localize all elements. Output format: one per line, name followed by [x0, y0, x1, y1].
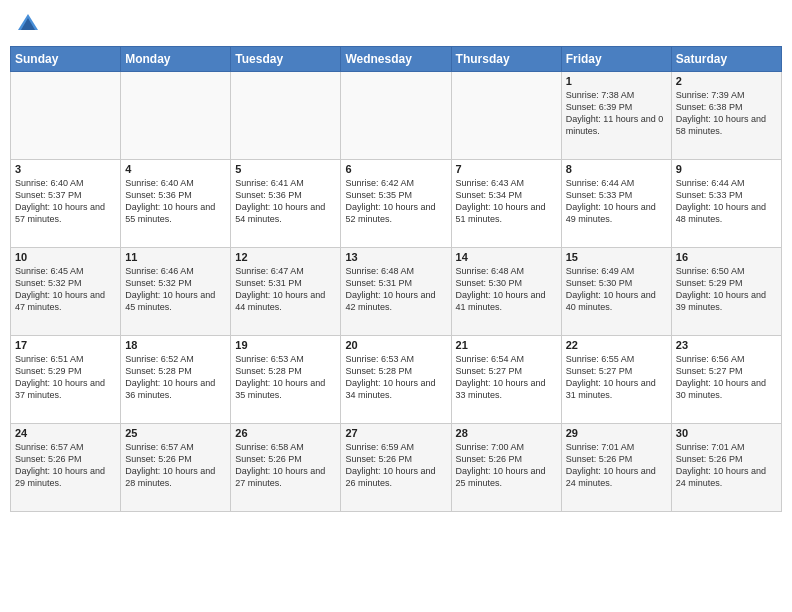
day-number: 26 — [235, 427, 336, 439]
day-number: 21 — [456, 339, 557, 351]
cell-content: Sunrise: 6:57 AM Sunset: 5:26 PM Dayligh… — [15, 441, 116, 490]
calendar-cell: 30Sunrise: 7:01 AM Sunset: 5:26 PM Dayli… — [671, 424, 781, 512]
day-number: 28 — [456, 427, 557, 439]
day-number: 17 — [15, 339, 116, 351]
day-number: 20 — [345, 339, 446, 351]
day-number: 8 — [566, 163, 667, 175]
weekday-header: Saturday — [671, 47, 781, 72]
day-number: 29 — [566, 427, 667, 439]
day-number: 11 — [125, 251, 226, 263]
day-number: 1 — [566, 75, 667, 87]
calendar-cell: 29Sunrise: 7:01 AM Sunset: 5:26 PM Dayli… — [561, 424, 671, 512]
calendar-cell — [451, 72, 561, 160]
calendar-week-row: 10Sunrise: 6:45 AM Sunset: 5:32 PM Dayli… — [11, 248, 782, 336]
cell-content: Sunrise: 6:42 AM Sunset: 5:35 PM Dayligh… — [345, 177, 446, 226]
logo-icon — [14, 10, 42, 38]
day-number: 7 — [456, 163, 557, 175]
calendar-cell: 14Sunrise: 6:48 AM Sunset: 5:30 PM Dayli… — [451, 248, 561, 336]
cell-content: Sunrise: 6:56 AM Sunset: 5:27 PM Dayligh… — [676, 353, 777, 402]
calendar-cell — [11, 72, 121, 160]
header — [10, 10, 782, 38]
cell-content: Sunrise: 6:53 AM Sunset: 5:28 PM Dayligh… — [235, 353, 336, 402]
calendar-cell: 15Sunrise: 6:49 AM Sunset: 5:30 PM Dayli… — [561, 248, 671, 336]
cell-content: Sunrise: 6:45 AM Sunset: 5:32 PM Dayligh… — [15, 265, 116, 314]
calendar-cell: 2Sunrise: 7:39 AM Sunset: 6:38 PM Daylig… — [671, 72, 781, 160]
day-number: 25 — [125, 427, 226, 439]
cell-content: Sunrise: 6:54 AM Sunset: 5:27 PM Dayligh… — [456, 353, 557, 402]
day-number: 5 — [235, 163, 336, 175]
cell-content: Sunrise: 6:57 AM Sunset: 5:26 PM Dayligh… — [125, 441, 226, 490]
day-number: 22 — [566, 339, 667, 351]
weekday-header: Tuesday — [231, 47, 341, 72]
calendar-cell: 8Sunrise: 6:44 AM Sunset: 5:33 PM Daylig… — [561, 160, 671, 248]
day-number: 6 — [345, 163, 446, 175]
weekday-header: Monday — [121, 47, 231, 72]
day-number: 30 — [676, 427, 777, 439]
calendar-cell: 26Sunrise: 6:58 AM Sunset: 5:26 PM Dayli… — [231, 424, 341, 512]
calendar-cell: 12Sunrise: 6:47 AM Sunset: 5:31 PM Dayli… — [231, 248, 341, 336]
calendar-header-row: SundayMondayTuesdayWednesdayThursdayFrid… — [11, 47, 782, 72]
calendar-cell: 17Sunrise: 6:51 AM Sunset: 5:29 PM Dayli… — [11, 336, 121, 424]
calendar-cell — [231, 72, 341, 160]
calendar-week-row: 1Sunrise: 7:38 AM Sunset: 6:39 PM Daylig… — [11, 72, 782, 160]
day-number: 15 — [566, 251, 667, 263]
day-number: 10 — [15, 251, 116, 263]
day-number: 19 — [235, 339, 336, 351]
day-number: 12 — [235, 251, 336, 263]
cell-content: Sunrise: 6:58 AM Sunset: 5:26 PM Dayligh… — [235, 441, 336, 490]
calendar-cell: 13Sunrise: 6:48 AM Sunset: 5:31 PM Dayli… — [341, 248, 451, 336]
calendar-cell: 22Sunrise: 6:55 AM Sunset: 5:27 PM Dayli… — [561, 336, 671, 424]
cell-content: Sunrise: 6:43 AM Sunset: 5:34 PM Dayligh… — [456, 177, 557, 226]
calendar-cell: 16Sunrise: 6:50 AM Sunset: 5:29 PM Dayli… — [671, 248, 781, 336]
day-number: 3 — [15, 163, 116, 175]
cell-content: Sunrise: 6:44 AM Sunset: 5:33 PM Dayligh… — [566, 177, 667, 226]
calendar-cell: 11Sunrise: 6:46 AM Sunset: 5:32 PM Dayli… — [121, 248, 231, 336]
calendar-cell: 9Sunrise: 6:44 AM Sunset: 5:33 PM Daylig… — [671, 160, 781, 248]
day-number: 13 — [345, 251, 446, 263]
calendar-cell: 23Sunrise: 6:56 AM Sunset: 5:27 PM Dayli… — [671, 336, 781, 424]
day-number: 14 — [456, 251, 557, 263]
calendar-cell — [121, 72, 231, 160]
calendar: SundayMondayTuesdayWednesdayThursdayFrid… — [10, 46, 782, 512]
weekday-header: Sunday — [11, 47, 121, 72]
cell-content: Sunrise: 6:47 AM Sunset: 5:31 PM Dayligh… — [235, 265, 336, 314]
calendar-cell: 21Sunrise: 6:54 AM Sunset: 5:27 PM Dayli… — [451, 336, 561, 424]
page: SundayMondayTuesdayWednesdayThursdayFrid… — [0, 0, 792, 612]
logo — [14, 10, 46, 38]
cell-content: Sunrise: 6:52 AM Sunset: 5:28 PM Dayligh… — [125, 353, 226, 402]
cell-content: Sunrise: 6:59 AM Sunset: 5:26 PM Dayligh… — [345, 441, 446, 490]
day-number: 2 — [676, 75, 777, 87]
cell-content: Sunrise: 6:51 AM Sunset: 5:29 PM Dayligh… — [15, 353, 116, 402]
day-number: 4 — [125, 163, 226, 175]
calendar-week-row: 17Sunrise: 6:51 AM Sunset: 5:29 PM Dayli… — [11, 336, 782, 424]
cell-content: Sunrise: 6:53 AM Sunset: 5:28 PM Dayligh… — [345, 353, 446, 402]
calendar-cell: 25Sunrise: 6:57 AM Sunset: 5:26 PM Dayli… — [121, 424, 231, 512]
weekday-header: Friday — [561, 47, 671, 72]
cell-content: Sunrise: 6:50 AM Sunset: 5:29 PM Dayligh… — [676, 265, 777, 314]
day-number: 16 — [676, 251, 777, 263]
calendar-cell: 4Sunrise: 6:40 AM Sunset: 5:36 PM Daylig… — [121, 160, 231, 248]
calendar-cell: 28Sunrise: 7:00 AM Sunset: 5:26 PM Dayli… — [451, 424, 561, 512]
calendar-week-row: 24Sunrise: 6:57 AM Sunset: 5:26 PM Dayli… — [11, 424, 782, 512]
day-number: 9 — [676, 163, 777, 175]
calendar-cell: 10Sunrise: 6:45 AM Sunset: 5:32 PM Dayli… — [11, 248, 121, 336]
calendar-cell: 6Sunrise: 6:42 AM Sunset: 5:35 PM Daylig… — [341, 160, 451, 248]
day-number: 27 — [345, 427, 446, 439]
day-number: 18 — [125, 339, 226, 351]
calendar-cell — [341, 72, 451, 160]
cell-content: Sunrise: 7:01 AM Sunset: 5:26 PM Dayligh… — [676, 441, 777, 490]
cell-content: Sunrise: 6:40 AM Sunset: 5:36 PM Dayligh… — [125, 177, 226, 226]
calendar-cell: 20Sunrise: 6:53 AM Sunset: 5:28 PM Dayli… — [341, 336, 451, 424]
calendar-cell: 18Sunrise: 6:52 AM Sunset: 5:28 PM Dayli… — [121, 336, 231, 424]
weekday-header: Thursday — [451, 47, 561, 72]
cell-content: Sunrise: 6:41 AM Sunset: 5:36 PM Dayligh… — [235, 177, 336, 226]
cell-content: Sunrise: 7:39 AM Sunset: 6:38 PM Dayligh… — [676, 89, 777, 138]
cell-content: Sunrise: 6:55 AM Sunset: 5:27 PM Dayligh… — [566, 353, 667, 402]
weekday-header: Wednesday — [341, 47, 451, 72]
calendar-cell: 19Sunrise: 6:53 AM Sunset: 5:28 PM Dayli… — [231, 336, 341, 424]
calendar-cell: 27Sunrise: 6:59 AM Sunset: 5:26 PM Dayli… — [341, 424, 451, 512]
cell-content: Sunrise: 6:48 AM Sunset: 5:30 PM Dayligh… — [456, 265, 557, 314]
calendar-cell: 3Sunrise: 6:40 AM Sunset: 5:37 PM Daylig… — [11, 160, 121, 248]
cell-content: Sunrise: 7:01 AM Sunset: 5:26 PM Dayligh… — [566, 441, 667, 490]
cell-content: Sunrise: 7:38 AM Sunset: 6:39 PM Dayligh… — [566, 89, 667, 138]
